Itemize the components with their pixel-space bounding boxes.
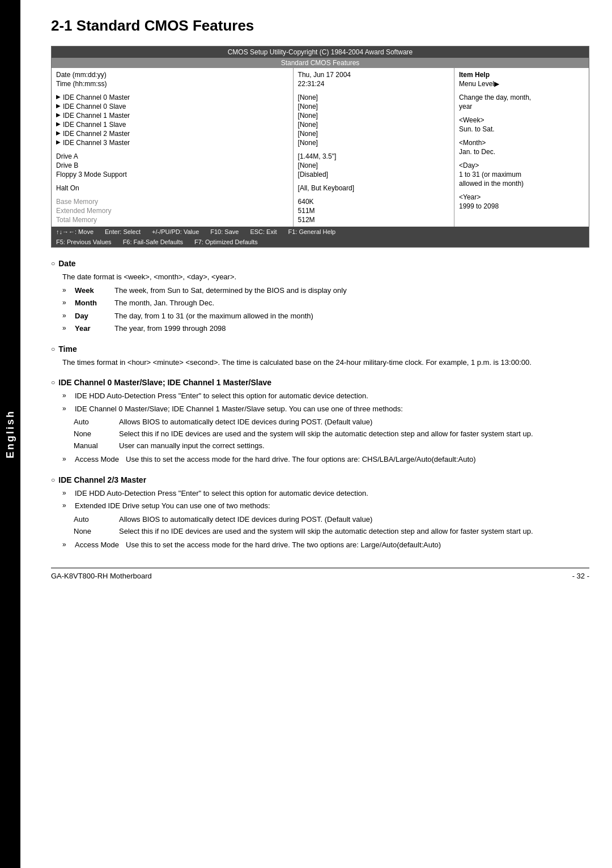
footer-right: - 32 -: [572, 572, 589, 580]
cmos-value: [None]: [298, 103, 318, 110]
page-title: 2-1 Standard CMOS Features: [51, 17, 589, 35]
arrow-icon: ▶: [56, 130, 61, 138]
cmos-value: [All, But Keyboard]: [298, 184, 354, 192]
bullet-desc: The year, from 1999 through 2098: [114, 323, 226, 334]
cmos-row: Extended Memory: [56, 206, 288, 215]
def-row-manual: Manual User can manually input the corre…: [74, 440, 589, 452]
cmos-help-text: Jan. to Dec.: [459, 148, 495, 156]
cmos-row: Drive B: [56, 161, 288, 170]
footer-enter: Enter: Select: [105, 228, 141, 235]
def-desc: Allows BIOS to automatically detect IDE …: [119, 514, 589, 526]
def-table-ide01: Auto Allows BIOS to automatically detect…: [74, 416, 589, 452]
cmos-row: Date (mm:dd:yy): [56, 70, 288, 79]
section-ide01-heading: IDE Channel 0 Master/Slave; IDE Channel …: [51, 378, 589, 387]
cmos-help-text: <Day>: [459, 161, 479, 169]
bullet-arrow-icon: »: [62, 310, 71, 321]
cmos-label: Drive A: [56, 152, 152, 160]
bullet-ide23-1: » IDE HDD Auto-Detection Press "Enter" t…: [62, 488, 589, 499]
def-desc: Select this if no IDE devices are used a…: [119, 428, 589, 440]
def-row-none2: None Select this if no IDE devices are u…: [74, 526, 589, 538]
cmos-value: [None]: [298, 121, 318, 129]
bullet-ide01-1: » IDE HDD Auto-Detection Press "Enter" t…: [62, 390, 589, 402]
side-label-text: English: [5, 410, 16, 458]
side-label: English: [0, 0, 20, 868]
section-date-body: The date format is <week>, <month>, <day…: [62, 271, 589, 283]
cmos-row: [None]: [298, 161, 449, 170]
access-mode-label: Access Mode: [75, 454, 126, 465]
bullet-desc: The week, from Sun to Sat, determined by…: [114, 285, 347, 296]
cmos-value: 512M: [298, 216, 315, 224]
cmos-label: Time (hh:mm:ss): [56, 80, 152, 88]
cmos-col-left: Date (mm:dd:yy) Time (hh:mm:ss) ▶IDE Cha…: [52, 68, 294, 227]
cmos-value: Thu, Jun 17 2004: [298, 71, 351, 79]
cmos-value: [Disabled]: [298, 171, 328, 178]
cmos-row: Sun. to Sat.: [459, 125, 584, 134]
cmos-row: year: [459, 102, 584, 111]
access-mode-label: Access Mode: [75, 539, 126, 551]
footer-f7: F7: Optimized Defaults: [194, 239, 258, 245]
bullet-desc: IDE HDD Auto-Detection Press "Enter" to …: [75, 390, 368, 402]
cmos-value: [None]: [298, 139, 318, 147]
cmos-row: [None]: [298, 102, 449, 111]
cmos-label: IDE Channel 1 Slave: [63, 121, 159, 129]
cmos-row: Thu, Jun 17 2004: [298, 70, 449, 79]
cmos-value: [None]: [298, 161, 318, 169]
cmos-row: ▶IDE Channel 3 Master: [56, 138, 288, 147]
cmos-row: 1 to 31 (or maximum: [459, 170, 584, 179]
def-term: Auto: [74, 514, 119, 526]
cmos-help-text: <Year>: [459, 193, 481, 201]
def-row-auto: Auto Allows BIOS to automatically detect…: [74, 416, 589, 428]
section-time-body: The times format in <hour> <minute> <sec…: [62, 357, 589, 368]
cmos-row: [None]: [298, 129, 449, 138]
cmos-help-text: year: [459, 103, 472, 110]
page-footer: GA-K8VT800-RH Motherboard - 32 -: [51, 568, 589, 580]
bullet-month: » Month The month, Jan. Through Dec.: [62, 297, 589, 309]
cmos-label-greyed: Base Memory: [56, 198, 152, 206]
footer-f10: F10: Save: [210, 228, 239, 235]
bullet-arrow-icon: »: [62, 323, 71, 333]
cmos-label: IDE Channel 0 Slave: [63, 103, 159, 110]
bullet-arrow-icon: »: [62, 539, 71, 550]
bullet-desc: Extended IDE Drive setup You can use one…: [75, 500, 270, 512]
cmos-row: 1999 to 2098: [459, 202, 584, 211]
cmos-row: [1.44M, 3.5"]: [298, 152, 449, 161]
cmos-help-title: Item Help: [459, 71, 490, 79]
cmos-label-greyed: Extended Memory: [56, 207, 152, 215]
bullet-desc: IDE HDD Auto-Detection Press "Enter" to …: [75, 488, 368, 499]
cmos-label: IDE Channel 3 Master: [63, 139, 159, 147]
bullet-access-mode-ide23: » Access Mode Use this to set the access…: [62, 539, 589, 551]
access-mode-desc: Use this to set the access mode for the …: [126, 539, 441, 551]
bullet-arrow-icon: »: [62, 297, 71, 308]
cmos-row: Total Memory: [56, 215, 288, 224]
cmos-row: 511M: [298, 206, 449, 215]
arrow-icon: ▶: [56, 93, 61, 101]
bullet-arrow-icon: »: [62, 403, 71, 414]
cmos-row: <Week>: [459, 116, 584, 125]
cmos-value: [None]: [298, 93, 318, 101]
cmos-value: [1.44M, 3.5"]: [298, 152, 337, 160]
cmos-value: 511M: [298, 207, 315, 215]
footer-left: GA-K8VT800-RH Motherboard: [51, 572, 152, 580]
cmos-row: <Day>: [459, 161, 584, 170]
cmos-footer2: F5: Previous Values F6: Fail-Safe Defaul…: [52, 237, 589, 247]
cmos-table: CMOS Setup Utility-Copyright (C) 1984-20…: [51, 46, 589, 248]
cmos-label-greyed: Total Memory: [56, 216, 152, 224]
cmos-value: [None]: [298, 112, 318, 120]
def-term: Auto: [74, 416, 119, 428]
cmos-row: ▶IDE Channel 0 Slave: [56, 102, 288, 111]
cmos-label: Floppy 3 Mode Support: [56, 171, 152, 178]
cmos-row: [None]: [298, 138, 449, 147]
bullet-arrow-icon: »: [62, 285, 71, 295]
cmos-help-text: <Week>: [459, 116, 484, 124]
arrow-icon: ▶: [56, 112, 61, 120]
cmos-row: <Month>: [459, 138, 584, 147]
def-term: Manual: [74, 440, 119, 452]
cmos-help-text: allowed in the month): [459, 180, 524, 188]
bullet-term: Day: [75, 310, 114, 322]
footer-esc: ESC: Exit: [250, 228, 277, 235]
def-term: None: [74, 526, 119, 538]
cmos-row: Change the day, month,: [459, 93, 584, 102]
cmos-value: 640K: [298, 198, 314, 206]
cmos-value: 22:31:24: [298, 80, 325, 88]
def-row-auto2: Auto Allows BIOS to automatically detect…: [74, 514, 589, 526]
